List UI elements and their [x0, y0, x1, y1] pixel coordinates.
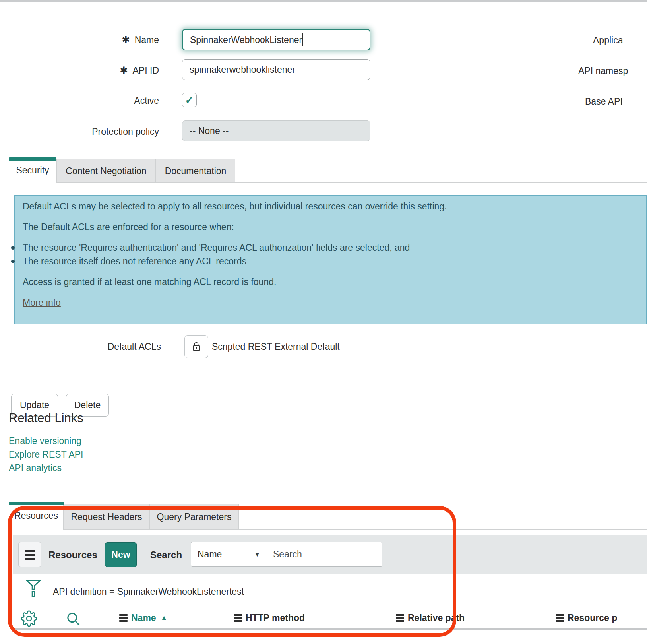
- tab-documentation[interactable]: Documentation: [156, 159, 235, 183]
- info-bullet-2: The resource itself does not reference a…: [23, 255, 246, 267]
- name-input-value: SpinnakerWebhookListener: [190, 35, 302, 45]
- search-label: Search: [150, 549, 182, 561]
- lock-icon: [191, 341, 201, 353]
- header-separator: [12, 628, 647, 630]
- default-acls-label: Default ACLs: [24, 341, 161, 353]
- text-cursor: [302, 33, 303, 46]
- api-namespace-label: API namesp: [578, 65, 628, 77]
- acl-info-box: Default ACLs may be selected to apply to…: [14, 195, 647, 324]
- required-icon: ✱: [122, 35, 130, 45]
- info-line-2: The Default ACLs are enforced for a reso…: [23, 221, 234, 233]
- active-tab-indicator: [9, 157, 56, 161]
- list-context-menu-button[interactable]: [18, 542, 41, 567]
- default-acls-value: Scripted REST External Default: [212, 341, 340, 353]
- column-header-name[interactable]: Name ▲: [119, 613, 167, 623]
- api-id-label: ✱ API ID: [24, 64, 159, 76]
- search-input[interactable]: [267, 542, 382, 567]
- list-title: Resources: [48, 549, 97, 561]
- check-icon: ✓: [185, 94, 194, 107]
- filter-breadcrumb[interactable]: API definition = SpinnakerWebhookListene…: [53, 586, 244, 597]
- tab-query-parameters[interactable]: Query Parameters: [149, 504, 239, 530]
- api-id-input[interactable]: spinnakerwebhooklistener: [182, 59, 370, 80]
- bullet-dot: [11, 260, 15, 263]
- column-menu-icon: [556, 614, 564, 622]
- info-bullet-1: The resource 'Requires authentication' a…: [23, 242, 410, 254]
- column-header-http-method[interactable]: HTTP method: [234, 613, 305, 623]
- tab-request-headers[interactable]: Request Headers: [64, 504, 149, 530]
- column-menu-icon: [119, 614, 128, 622]
- protection-policy-label: Protection policy: [24, 126, 159, 138]
- list-search-icon[interactable]: [66, 611, 81, 627]
- list-settings-icon[interactable]: [21, 610, 37, 627]
- sort-ascending-icon: ▲: [161, 614, 168, 622]
- tab-resources[interactable]: Resources: [9, 502, 64, 530]
- link-enable-versioning[interactable]: Enable versioning: [9, 435, 81, 447]
- link-explore-rest-api[interactable]: Explore REST API: [9, 448, 83, 460]
- info-line-1: Default ACLs may be selected to apply to…: [23, 200, 447, 212]
- active-tab-indicator: [9, 502, 64, 505]
- active-label: Active: [24, 95, 159, 107]
- active-checkbox[interactable]: ✓: [182, 93, 197, 107]
- base-api-label: Base API: [585, 95, 623, 107]
- column-header-resource-path[interactable]: Resource p: [556, 613, 617, 623]
- info-line-3: Access is granted if at least one matchi…: [23, 276, 276, 288]
- tab-security[interactable]: Security: [9, 157, 56, 183]
- required-icon: ✱: [120, 66, 128, 75]
- link-api-analytics[interactable]: API analytics: [9, 462, 62, 474]
- application-label: Applica: [593, 34, 623, 46]
- bullet-dot: [11, 246, 15, 250]
- tab-content-negotiation[interactable]: Content Negotiation: [56, 159, 156, 183]
- api-id-input-value: spinnakerwebhooklistener: [190, 64, 295, 75]
- name-label: ✱ Name: [24, 34, 159, 46]
- related-links-heading: Related Links: [9, 411, 83, 425]
- name-input[interactable]: SpinnakerWebhookListener: [182, 29, 370, 50]
- top-divider: [0, 0, 647, 2]
- caret-down-icon: ▼: [254, 551, 260, 558]
- filter-icon[interactable]: [25, 579, 42, 601]
- default-acls-lock-button[interactable]: [184, 335, 208, 358]
- column-menu-icon: [234, 614, 242, 622]
- new-button[interactable]: New: [105, 542, 137, 567]
- search-field-select[interactable]: Name ▼: [191, 542, 267, 567]
- column-menu-icon: [396, 614, 404, 622]
- column-header-relative-path[interactable]: Relative path: [396, 613, 465, 623]
- hamburger-icon: [25, 550, 35, 560]
- more-info-link[interactable]: More info: [23, 297, 61, 308]
- protection-policy-field: -- None --: [182, 120, 370, 141]
